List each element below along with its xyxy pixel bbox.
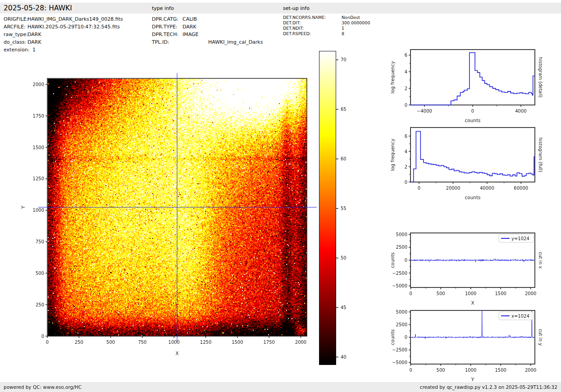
- colorbar-tick-label: 50: [341, 255, 347, 260]
- histogram-line: [410, 132, 535, 182]
- y-tick-label: 250: [36, 302, 44, 307]
- y-tick-label: 0: [405, 258, 407, 263]
- x-tick-label: 1500: [495, 368, 506, 373]
- side-label: histogram (detail): [538, 57, 543, 98]
- y-tick-label: 0: [405, 180, 407, 185]
- x-tick-label: 40000: [480, 186, 494, 191]
- x-tick-label: 0: [471, 109, 474, 114]
- y-tick-label: 2: [405, 164, 407, 169]
- y-tick-label: 2000: [33, 82, 44, 87]
- histogram-line: [410, 53, 535, 105]
- plots-overlay-svg: −4000040000246countslog frequencyhistogr…: [0, 0, 561, 392]
- y-tick-label: 500: [36, 271, 44, 276]
- colorbar-tick-label: 65: [341, 107, 347, 112]
- x-tick-label: 750: [138, 340, 146, 345]
- y-tick-label: 1000: [33, 208, 44, 213]
- cut-line: [411, 259, 534, 262]
- y-axis-label: Y: [20, 205, 26, 209]
- y-axis-label: log frequency: [390, 61, 395, 93]
- legend-label: x=1024: [511, 314, 529, 319]
- axes-spines: [410, 128, 535, 182]
- x-tick-label: 1000: [465, 291, 476, 296]
- x-tick-label: 1500: [495, 291, 506, 296]
- y-tick-label: 5000: [396, 232, 407, 237]
- colorbar-tick-label: 45: [341, 305, 347, 310]
- y-tick-label: −2500: [392, 271, 407, 276]
- x-axis-label: counts: [465, 118, 480, 123]
- footer-powered-by: powered by QC: www.eso.org/HC: [4, 384, 82, 390]
- x-tick-label: 500: [106, 340, 115, 345]
- x-tick-label: 250: [75, 340, 83, 345]
- side-label: histogram (full): [538, 137, 543, 172]
- x-tick-label: 1750: [263, 340, 274, 345]
- x-tick-label: 2000: [295, 340, 306, 345]
- y-tick-label: 2500: [396, 322, 407, 327]
- colorbar-tick-label: 40: [341, 355, 347, 360]
- y-axis-label: counts: [390, 329, 395, 345]
- x-tick-label: 2000: [525, 291, 536, 296]
- y-tick-label: −5000: [392, 283, 407, 288]
- x-tick-label: 1500: [232, 340, 243, 345]
- y-tick-label: 4: [405, 69, 407, 74]
- y-axis-label: log frequency: [390, 138, 395, 171]
- y-axis-label: counts: [390, 252, 395, 268]
- y-tick-label: 5000: [396, 310, 407, 315]
- side-label: cut in x: [538, 252, 543, 269]
- x-axis-label: Y: [471, 377, 474, 382]
- y-tick-label: 4: [405, 149, 407, 154]
- legend-label: y=1024: [511, 236, 529, 241]
- y-tick-label: 0: [405, 103, 407, 108]
- y-tick-label: 1250: [33, 176, 44, 181]
- footer-created-by: created by qc_rawdisp.py v1.2.3 on 2025-…: [420, 384, 557, 390]
- x-tick-label: 0: [418, 186, 420, 191]
- x-axis-label: counts: [465, 195, 480, 200]
- y-tick-label: 2500: [396, 245, 407, 250]
- x-tick-label: 4000: [515, 109, 526, 114]
- y-tick-label: 0: [405, 335, 407, 340]
- y-tick-label: 1500: [33, 145, 44, 150]
- x-tick-label: 500: [437, 368, 445, 373]
- y-tick-label: −2500: [392, 347, 407, 352]
- x-tick-label: 60000: [514, 186, 528, 191]
- colorbar-tick-label: 70: [341, 57, 347, 62]
- y-tick-label: 750: [36, 239, 44, 244]
- x-tick-label: 0: [409, 368, 412, 373]
- x-tick-label: 1000: [465, 368, 476, 373]
- x-tick-label: 500: [437, 291, 445, 296]
- x-axis-label: X: [471, 300, 474, 305]
- axes-spines: [410, 50, 535, 105]
- x-tick-label: 20000: [446, 186, 461, 191]
- y-tick-label: 2: [405, 86, 407, 91]
- x-tick-label: 1250: [200, 340, 211, 345]
- x-tick-label: 1000: [169, 340, 180, 345]
- x-tick-label: −4000: [417, 109, 432, 114]
- y-tick-label: −5000: [392, 360, 407, 365]
- y-tick-label: 6: [405, 53, 407, 58]
- x-axis-label: X: [175, 351, 178, 356]
- x-tick-label: 0: [409, 291, 412, 296]
- y-tick-label: 1750: [33, 114, 44, 119]
- x-tick-label: 0: [46, 340, 49, 345]
- y-tick-label: 6: [405, 134, 407, 139]
- y-tick-label: 0: [41, 334, 44, 339]
- colorbar-tick-label: 60: [341, 156, 347, 161]
- side-label: cut in y: [538, 329, 543, 346]
- x-tick-label: 2000: [525, 368, 536, 373]
- colorbar-tick-label: 55: [341, 206, 347, 211]
